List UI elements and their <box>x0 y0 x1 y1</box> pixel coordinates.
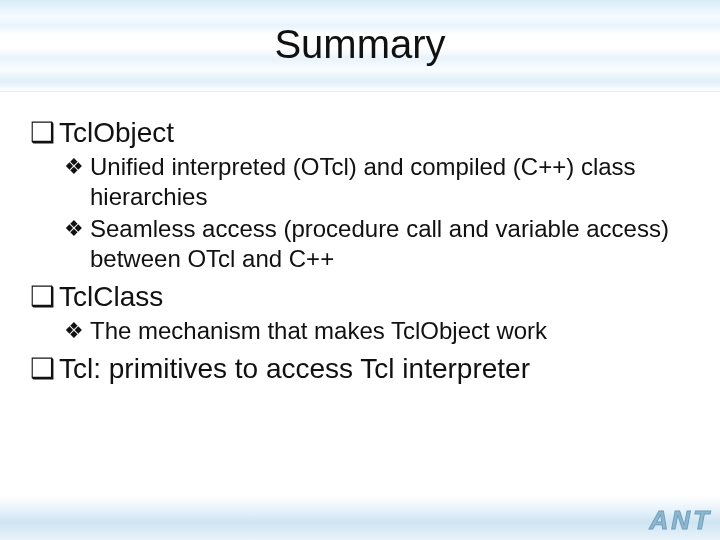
square-bullet-icon: ❑ <box>30 116 55 150</box>
footer-background <box>0 496 720 540</box>
list-subitem-label: The mechanism that makes TclObject work <box>90 316 547 346</box>
slide-body: ❑ TclObject ❖ Unified interpreted (OTcl)… <box>30 110 690 388</box>
diamond-bullet-icon: ❖ <box>64 316 84 346</box>
diamond-bullet-icon: ❖ <box>64 214 84 274</box>
slide: Summary ❑ TclObject ❖ Unified interprete… <box>0 0 720 540</box>
list-item-label: Tcl: primitives to access Tcl interprete… <box>59 352 530 386</box>
diamond-bullet-icon: ❖ <box>64 152 84 212</box>
square-bullet-icon: ❑ <box>30 280 55 314</box>
list-item-label: TclObject <box>59 116 174 150</box>
brand-logo: ANT <box>650 505 712 536</box>
list-subitem: ❖ The mechanism that makes TclObject wor… <box>64 316 690 346</box>
list-item: ❑ Tcl: primitives to access Tcl interpre… <box>30 352 690 386</box>
list-subitem: ❖ Unified interpreted (OTcl) and compile… <box>64 152 690 212</box>
list-item: ❑ TclObject <box>30 116 690 150</box>
slide-title: Summary <box>0 22 720 67</box>
list-subitem: ❖ Seamless access (procedure call and va… <box>64 214 690 274</box>
list-subitem-label: Unified interpreted (OTcl) and compiled … <box>90 152 690 212</box>
list-item-label: TclClass <box>59 280 163 314</box>
list-subitem-label: Seamless access (procedure call and vari… <box>90 214 690 274</box>
square-bullet-icon: ❑ <box>30 352 55 386</box>
list-item: ❑ TclClass <box>30 280 690 314</box>
